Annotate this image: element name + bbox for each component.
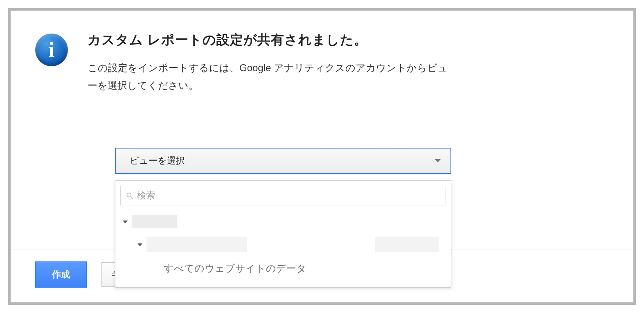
view-select-dropdown[interactable]: ビューを選択 (115, 148, 451, 174)
search-input[interactable] (137, 190, 441, 201)
tree-view-item[interactable]: すべてのウェブサイトのデータ (123, 262, 451, 275)
dialog-header: i カスタム レポートの設定が共有されました。 この設定をインポートするには、G… (11, 11, 633, 123)
view-selector-wrap: ビューを選択 (115, 148, 451, 174)
property-id-redacted (375, 237, 439, 252)
header-text-block: カスタム レポートの設定が共有されました。 この設定をインポートするには、Goo… (88, 31, 456, 94)
search-icon (126, 191, 134, 200)
view-select-label: ビューを選択 (130, 155, 185, 167)
tree-account-row[interactable] (123, 212, 451, 231)
dialog-container: i カスタム レポートの設定が共有されました。 この設定をインポートするには、G… (8, 8, 636, 305)
search-row (115, 181, 451, 210)
caret-down-icon (123, 221, 128, 223)
account-tree: すべてのウェブサイトのデータ (115, 210, 451, 287)
info-icon-glyph: i (49, 39, 54, 61)
info-icon: i (35, 34, 68, 66)
dialog-description: この設定をインポートするには、Google アナリティクスのアカウントからビュー… (88, 59, 456, 94)
tree-property-row[interactable] (123, 231, 451, 254)
property-name-redacted (146, 237, 247, 252)
caret-down-icon (435, 159, 441, 162)
create-button[interactable]: 作成 (35, 261, 87, 288)
dialog-title: カスタム レポートの設定が共有されました。 (88, 31, 456, 49)
svg-line-1 (131, 197, 133, 199)
account-name-redacted (132, 215, 177, 228)
tree-view-label: すべてのウェブサイトのデータ (164, 263, 306, 274)
caret-down-icon (137, 243, 142, 246)
svg-point-0 (127, 193, 131, 197)
search-box[interactable] (120, 186, 446, 205)
view-select-popover: すべてのウェブサイトのデータ (115, 180, 451, 288)
dialog-body: ビューを選択 (11, 123, 633, 250)
